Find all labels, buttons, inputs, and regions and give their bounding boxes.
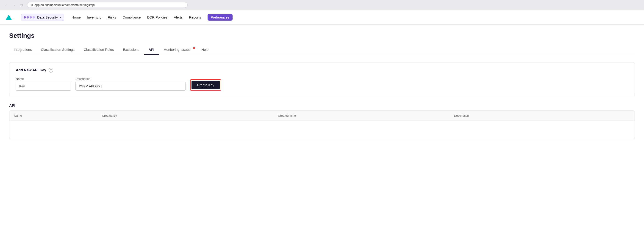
nav-menu: Home Inventory Risks Compliance DDR Poli… [72, 14, 232, 21]
back-button[interactable]: ← [3, 2, 9, 8]
nav-logo [6, 15, 12, 20]
monitoring-issues-badge [193, 47, 195, 49]
nav-item-alerts[interactable]: Alerts [174, 14, 182, 20]
page-content: Settings Integrations Classification Set… [0, 25, 644, 248]
name-label: Name [16, 77, 71, 81]
reload-button[interactable]: ↻ [18, 2, 25, 8]
tab-integrations[interactable]: Integrations [9, 45, 36, 55]
api-section-title: API [9, 104, 635, 108]
brand-label: Data Security [37, 15, 58, 19]
nav-item-home[interactable]: Home [72, 14, 81, 20]
form-row: Name Description Create Key [16, 77, 628, 91]
nav-item-risks[interactable]: Risks [108, 14, 116, 20]
create-key-wrapper: Create Key [190, 79, 221, 91]
brand-dot-4 [32, 16, 35, 18]
page-title: Settings [9, 32, 635, 39]
tabs: Integrations Classification Settings Cla… [9, 45, 635, 55]
brand-dots [24, 16, 35, 18]
address-bar-url: app.eu.prismacloud.io/home/data/settings… [35, 3, 95, 7]
description-input[interactable] [76, 82, 186, 91]
address-bar[interactable]: ⊞ app.eu.prismacloud.io/home/data/settin… [27, 2, 188, 8]
name-field: Name [16, 77, 71, 91]
api-section: API Name Created By Created Time Descrip… [9, 104, 635, 139]
api-table: Name Created By Created Time Description [9, 111, 635, 139]
brand-dropdown[interactable]: Data Security ▼ [21, 14, 64, 21]
tab-classification-rules[interactable]: Classification Rules [79, 45, 118, 55]
browser-chrome: ← → ↻ ⊞ app.eu.prismacloud.io/home/data/… [0, 0, 644, 10]
tab-monitoring-issues[interactable]: Monitoring Issues [159, 45, 197, 55]
nav-item-preferences[interactable]: Preferences [208, 14, 232, 21]
section-header: Add New API Key ? [16, 68, 628, 73]
tab-exclusions[interactable]: Exclusions [118, 45, 144, 55]
top-nav: Data Security ▼ Home Inventory Risks Com… [0, 10, 644, 25]
tab-help[interactable]: Help [197, 45, 213, 55]
nav-item-compliance[interactable]: Compliance [122, 14, 140, 20]
name-input[interactable] [16, 82, 71, 91]
brand-dot-2 [26, 16, 29, 18]
col-created-by: Created By [102, 114, 278, 117]
help-icon[interactable]: ? [48, 68, 53, 73]
forward-button[interactable]: → [10, 2, 17, 8]
add-api-key-card: Add New API Key ? Name Description Creat… [9, 62, 635, 96]
prisma-logo-icon [6, 15, 12, 20]
brand-chevron-icon: ▼ [59, 16, 62, 19]
nav-item-reports[interactable]: Reports [189, 14, 201, 20]
description-field: Description [76, 77, 186, 91]
nav-item-inventory[interactable]: Inventory [87, 14, 101, 20]
app-shell: Data Security ▼ Home Inventory Risks Com… [0, 10, 644, 248]
address-bar-icon: ⊞ [30, 3, 33, 7]
create-key-button[interactable]: Create Key [192, 81, 220, 89]
nav-item-ddr-policies[interactable]: DDR Policies [147, 14, 168, 20]
brand-dot-1 [24, 16, 26, 18]
brand-dot-3 [30, 16, 32, 18]
section-header-title: Add New API Key [16, 68, 46, 72]
tab-classification-settings[interactable]: Classification Settings [36, 45, 79, 55]
browser-nav-buttons: ← → ↻ [3, 2, 25, 8]
col-name: Name [14, 114, 102, 117]
col-created-time: Created Time [278, 114, 454, 117]
col-description: Description [454, 114, 630, 117]
tab-api[interactable]: API [144, 45, 159, 55]
table-empty-row [10, 121, 634, 139]
description-label: Description [76, 77, 186, 81]
table-header-row: Name Created By Created Time Description [10, 111, 634, 121]
